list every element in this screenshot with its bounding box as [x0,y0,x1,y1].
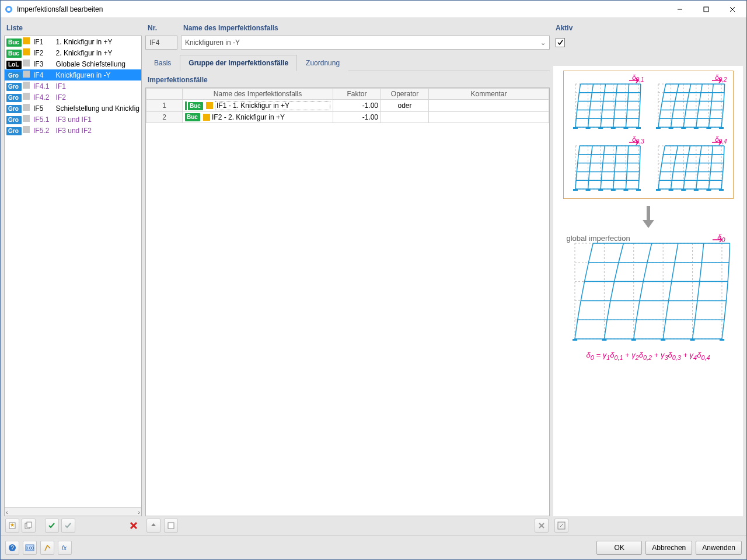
svg-rect-50 [719,127,724,129]
table-heading: Imperfektionsfälle [145,71,550,88]
diagram-panel: δ0,1 δ0,2 δ0,3 δ0,4 global imperfection … [553,66,743,516]
mode-1: δ0,1 [567,75,647,133]
table-row[interactable]: 1BucIF1 - 1. Knickfigur in +Y-1.00oder [146,100,549,112]
apply-button[interactable]: Anwenden [696,541,742,555]
scroll-left-icon[interactable]: ‹ [6,509,8,516]
scroll-right-icon[interactable]: › [138,509,140,516]
list-toolbar: ★ [4,516,142,535]
svg-rect-104 [690,339,694,341]
list-item[interactable]: GroIF4.2IF2 [5,92,141,103]
list-item[interactable]: GroIF4.1IF1 [5,80,141,92]
new-row-button[interactable] [164,519,178,533]
svg-rect-30 [610,127,615,129]
delete-case-button[interactable] [127,519,141,533]
col-operator[interactable]: Operator [381,89,429,100]
help-button[interactable]: ? [5,541,19,555]
row-header-col [146,89,183,100]
new-case-button[interactable]: ★ [5,519,19,533]
name-label: Name des Imperfektionsfalls [181,22,550,36]
list-item[interactable]: BucIF11. Knickfigur in +Y [5,36,141,47]
aktiv-checkbox[interactable] [556,38,565,47]
move-up-button[interactable] [146,519,160,533]
left-panel: Liste BucIF11. Knickfigur in +YBucIF22. … [4,22,142,535]
svg-rect-65 [598,189,603,191]
tab-assignment[interactable]: Zuordnung [297,55,348,71]
tab-basis[interactable]: Basis [145,55,180,71]
svg-text:0.00: 0.00 [26,546,34,550]
global-mode: global imperfection δ0 [567,234,730,345]
middle-panel: Nr. IF4 Name des Imperfektionsfalls Knic… [145,22,550,535]
diagram-options-button[interactable] [554,519,568,533]
mode-3: δ0,3 [567,136,647,195]
client-area: Liste BucIF11. Knickfigur in +YBucIF22. … [1,18,746,559]
svg-rect-84 [693,189,698,191]
list-horizontal-scrollbar[interactable]: ‹ › [4,508,142,516]
mode-2: δ0,2 [650,75,729,133]
options-button[interactable] [40,541,54,555]
cancel-button[interactable]: Abbrechen [645,541,692,555]
aktiv-label: Aktiv [553,22,743,36]
table-row[interactable]: 2BucIF2 - 2. Knickfigur in +Y-1.00 [146,112,549,123]
dialog-window: Imperfektionsfall bearbeiten Liste BucIF… [0,0,747,560]
four-modes-box: δ0,1 δ0,2 δ0,3 δ0,4 [563,71,734,199]
svg-rect-28 [585,127,590,129]
svg-rect-27 [573,127,578,129]
maximize-button[interactable] [693,1,719,18]
cases-grid[interactable]: Name des Imperfektionsfalls Faktor Opera… [145,88,550,516]
svg-rect-49 [706,127,711,129]
copy-case-button[interactable] [22,519,36,533]
svg-rect-82 [668,189,673,191]
svg-text:?: ? [11,545,14,551]
ok-button[interactable]: OK [596,541,642,555]
titlebar: Imperfektionsfall bearbeiten [1,1,746,18]
app-icon [4,5,13,14]
svg-rect-63 [573,189,578,191]
tab-group[interactable]: Gruppe der Imperfektionsfälle [180,55,297,71]
uncheck-all-button[interactable] [61,519,75,533]
svg-rect-68 [636,189,641,191]
close-button[interactable] [719,1,745,18]
units-button[interactable]: 0.00 [23,541,37,555]
chevron-down-icon: ⌄ [540,39,546,47]
formula: δ0 = γ1δ0,1 + γ2δ0,2 + γ3δ0,3 + γ4δ0,4 [587,351,710,361]
col-kommentar[interactable]: Kommentar [429,89,549,100]
svg-rect-100 [573,339,577,341]
svg-rect-102 [631,339,636,341]
list-item[interactable]: GroIF5.1IF3 und IF1 [5,114,141,125]
right-toolbar [553,516,743,535]
name-dropdown[interactable]: Knickfiguren in -Y ⌄ [181,36,550,50]
svg-rect-83 [681,189,686,191]
svg-rect-103 [661,339,665,341]
list-item[interactable]: GroIF5.2IF3 und IF2 [5,125,141,136]
svg-rect-9 [27,522,32,527]
fx-button[interactable]: fx [58,541,72,555]
check-all-button[interactable] [45,519,59,533]
nr-field: IF4 [145,36,177,50]
list-heading: Liste [4,22,142,36]
list-item[interactable]: GroIF5Schiefstellung und Knickfig [5,103,141,114]
svg-rect-3 [704,7,708,12]
arrow-down-icon [640,205,657,228]
window-title: Imperfektionsfall bearbeiten [17,5,666,13]
svg-point-1 [7,8,11,11]
list-item[interactable]: GroIF4Knickfiguren in -Y [5,69,141,80]
svg-text:fx: fx [62,545,67,551]
case-list[interactable]: BucIF11. Knickfigur in +YBucIF22. Knickf… [4,36,142,508]
svg-rect-67 [623,189,628,191]
col-faktor[interactable]: Faktor [333,89,381,100]
svg-rect-66 [610,189,615,191]
svg-rect-47 [681,127,686,129]
svg-rect-46 [668,127,673,129]
col-name[interactable]: Name des Imperfektionsfalls [183,89,333,100]
list-item[interactable]: LoLIF3Globale Schiefstellung [5,58,141,69]
svg-rect-86 [719,189,724,191]
svg-rect-12 [168,523,174,528]
svg-text:★: ★ [10,522,15,528]
minimize-button[interactable] [666,1,693,18]
mode-4: δ0,4 [650,136,729,195]
list-item[interactable]: BucIF22. Knickfigur in +Y [5,47,141,58]
bottom-bar: ? 0.00 fx OK Abbrechen Anwenden [1,535,746,559]
svg-rect-81 [656,189,661,191]
svg-rect-105 [720,339,724,341]
delete-row-button[interactable] [535,519,549,533]
